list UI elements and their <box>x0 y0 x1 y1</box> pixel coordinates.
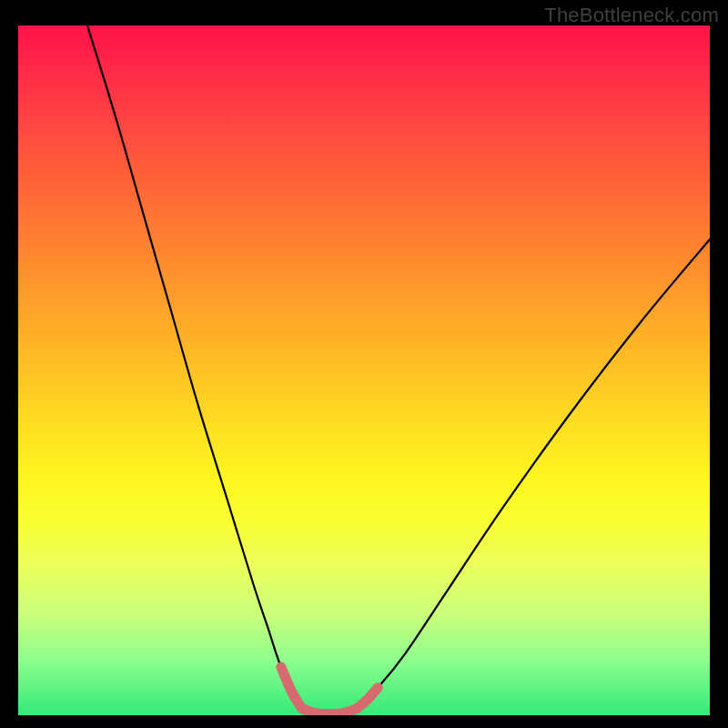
chart-frame: TheBottleneck.com <box>0 0 728 728</box>
highlight-floor <box>302 708 358 713</box>
left-curve <box>87 25 302 708</box>
highlight-right-tip <box>357 688 378 709</box>
right-curve <box>357 239 710 708</box>
highlight-left-tip <box>281 667 302 708</box>
watermark-text: TheBottleneck.com <box>544 4 719 27</box>
plot-wrapper <box>18 25 710 715</box>
curve-layer <box>18 25 710 715</box>
